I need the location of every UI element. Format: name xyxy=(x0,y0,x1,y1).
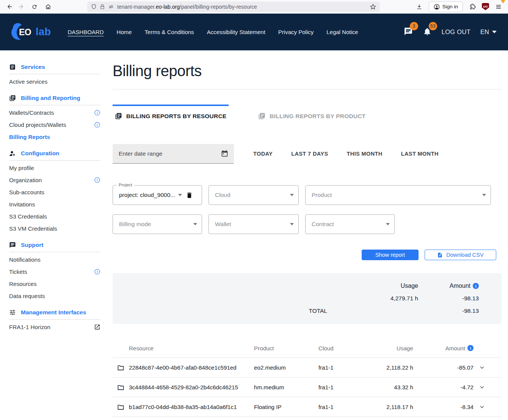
account-icon xyxy=(434,4,440,10)
nav-privacy[interactable]: Privacy Policy xyxy=(278,29,314,35)
permissions-icon[interactable] xyxy=(108,4,114,10)
summary-usage-header: Usage xyxy=(327,283,418,289)
title-divider xyxy=(113,89,502,89)
tab-billing-by-product[interactable]: BILLING REPORTS BY PRODUCT xyxy=(256,105,368,125)
info-icon[interactable] xyxy=(94,109,100,116)
sidebar-item-sub-accounts[interactable]: Sub-accounts xyxy=(9,186,100,198)
sidebar-item-invitations[interactable]: Invitations xyxy=(9,198,100,210)
nav-home[interactable]: Home xyxy=(117,29,132,35)
sidebar-header-support: Support xyxy=(9,241,100,252)
sidebar-item-s3-vm-credentials[interactable]: S3 VM Credentials xyxy=(9,222,100,234)
app-header: EO lab DASHBOARD Home Terms & Conditions… xyxy=(0,14,508,50)
extensions-puzzle-icon[interactable] xyxy=(467,2,478,12)
billing-reporting-icon xyxy=(9,95,16,101)
sidebar-item-s3-credentials[interactable]: S3 Credentials xyxy=(9,210,100,222)
project-select[interactable]: Project project: cloud_9000... xyxy=(113,185,202,205)
item-label: My profile xyxy=(9,165,34,171)
table-row[interactable]: 3c448844-4658-4529-82a0-2b4c6dc46215 hm.… xyxy=(113,378,502,397)
folder-icon xyxy=(113,384,129,391)
external-link-icon[interactable] xyxy=(94,324,100,330)
info-icon[interactable] xyxy=(94,269,100,275)
sidebar-section-configuration: Configuration My profile Organization Su… xyxy=(9,149,100,234)
item-label: Notifications xyxy=(9,256,41,263)
date-range-placeholder: Enter date range xyxy=(119,150,162,157)
sidebar-section-billing: Billing and Reporting Wallets/Contracts … xyxy=(9,94,100,143)
url-bar[interactable]: tenant-manager.eo-lab.org/panel/billing-… xyxy=(87,2,380,12)
expand-chevron-icon[interactable] xyxy=(474,404,490,410)
sidebar-item-data-requests[interactable]: Data requests xyxy=(9,290,100,302)
calendar-icon[interactable] xyxy=(221,150,229,158)
cell-amount: -4.72 xyxy=(413,384,474,390)
sign-in-button[interactable]: Sign in xyxy=(429,2,463,12)
item-label: S3 Credentials xyxy=(9,213,47,220)
sidebar-header-configuration: Configuration xyxy=(9,149,100,161)
reload-icon[interactable] xyxy=(29,2,40,12)
filters-row-2: Billing mode Wallet Contract xyxy=(113,214,502,234)
clear-project-trash-icon[interactable] xyxy=(186,192,193,199)
nav-dashboard[interactable]: DASHBOARD xyxy=(68,29,104,35)
sidebar-item-active-services[interactable]: Active services xyxy=(9,75,100,87)
amount-info-icon[interactable]: i xyxy=(473,283,479,289)
sidebar-item-resources[interactable]: Resources xyxy=(9,278,100,290)
sidebar-item-wallets-contracts[interactable]: Wallets/Contracts xyxy=(9,106,100,119)
browser-menu-icon[interactable] xyxy=(493,2,504,12)
home-icon[interactable] xyxy=(42,2,54,12)
billing-mode-select[interactable]: Billing mode xyxy=(113,214,202,234)
info-icon[interactable] xyxy=(94,122,100,128)
sidebar-item-organization[interactable]: Organization xyxy=(9,174,100,186)
download-csv-button[interactable]: Download CSV xyxy=(425,250,496,260)
col-resource: Resource xyxy=(129,345,254,351)
notifications-button[interactable]: 53 xyxy=(423,27,432,37)
wallet-select[interactable]: Wallet xyxy=(209,214,299,234)
contract-select[interactable]: Contract xyxy=(305,214,395,234)
bookmark-star-icon[interactable] xyxy=(370,4,376,10)
tabs: BILLING REPORTS BY RESOURCE BILLING REPO… xyxy=(113,105,502,125)
nav-accessibility[interactable]: Accessibility Statement xyxy=(207,29,265,35)
date-filter-row: Enter date range TODAY LAST 7 DAYS THIS … xyxy=(113,144,502,164)
nav-legal[interactable]: Legal Notice xyxy=(326,29,358,35)
ublock-origin-icon[interactable]: UO xyxy=(482,3,489,10)
cell-usage: 2,118.17 h xyxy=(375,404,413,410)
sidebar-item-cloud-projects[interactable]: Cloud projects/Wallets xyxy=(9,119,100,131)
col-cloud: Cloud xyxy=(318,345,375,351)
cell-product: eo2.medium xyxy=(254,364,318,371)
product-select[interactable]: Product xyxy=(305,185,491,205)
sidebar-item-fra1-horizon[interactable]: FRA1-1 Horizon xyxy=(9,321,100,333)
section-title: Configuration xyxy=(21,150,60,157)
col-amount: Amount i xyxy=(413,345,474,351)
info-icon[interactable] xyxy=(94,177,100,183)
lock-icon[interactable] xyxy=(100,4,105,9)
forward-icon[interactable] xyxy=(15,2,27,12)
range-this-month-button[interactable]: THIS MONTH xyxy=(341,147,389,161)
logout-button[interactable]: LOG OUT xyxy=(442,28,470,36)
back-icon[interactable] xyxy=(4,2,15,12)
actions-row: Show report Download CSV xyxy=(113,250,502,260)
sidebar-item-my-profile[interactable]: My profile xyxy=(9,162,100,174)
cloud-select[interactable]: Cloud xyxy=(209,185,299,205)
nav-terms[interactable]: Terms & Conditions xyxy=(145,29,194,35)
expand-chevron-icon[interactable] xyxy=(474,365,490,370)
table-row[interactable]: b1ad77c0-04dd-4b38-8a35-ab14a0a6f1c1 Flo… xyxy=(113,397,502,417)
amount-info-icon[interactable]: i xyxy=(467,345,474,351)
sidebar-item-notifications[interactable]: Notifications xyxy=(9,253,100,265)
messages-button[interactable]: 3 xyxy=(404,27,413,37)
range-today-button[interactable]: TODAY xyxy=(247,147,279,161)
range-last-7-days-button[interactable]: LAST 7 DAYS xyxy=(285,147,334,161)
tab-billing-by-resource[interactable]: BILLING REPORTS BY RESOURCE xyxy=(113,105,229,125)
sidebar-item-tickets[interactable]: Tickets xyxy=(9,265,100,278)
table-row[interactable]: 22848c87-4e00-4b67-afa0-848ce1c591ed eo2… xyxy=(113,358,502,378)
date-range-input[interactable]: Enter date range xyxy=(113,144,234,164)
product-select-placeholder: Product xyxy=(312,192,332,198)
expand-chevron-icon[interactable] xyxy=(474,384,490,390)
shield-icon[interactable] xyxy=(91,4,97,9)
range-last-month-button[interactable]: LAST MONTH xyxy=(395,147,445,161)
show-report-button[interactable]: Show report xyxy=(362,250,419,260)
summary-total-value: -98.13 xyxy=(418,308,479,314)
downloads-icon[interactable] xyxy=(414,2,425,12)
chevron-down-icon xyxy=(492,31,497,33)
cell-usage: 43.32 h xyxy=(375,384,413,390)
eolab-logo[interactable]: EO lab xyxy=(11,24,51,41)
language-selector[interactable]: EN xyxy=(480,28,497,36)
sidebar-section-services: Services Active services xyxy=(9,63,100,87)
sidebar-item-billing-reports[interactable]: Billing Reports xyxy=(9,131,100,143)
